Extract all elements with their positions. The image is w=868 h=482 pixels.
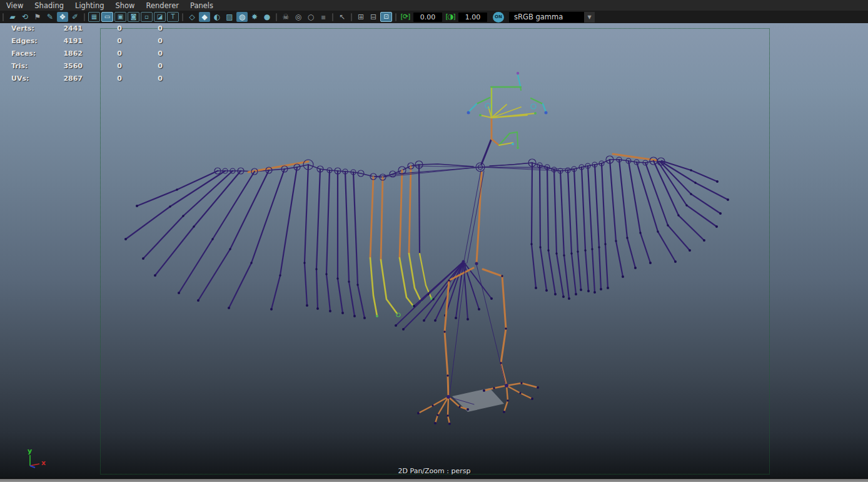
isolate-view-icon[interactable]: ⊟ bbox=[368, 12, 379, 22]
gate-mask-icon[interactable]: ▣ bbox=[114, 12, 126, 22]
bookmark-icon[interactable]: ⚑ bbox=[32, 12, 43, 22]
select-camera-icon[interactable]: ▰ bbox=[7, 12, 18, 22]
viewport-canvas[interactable] bbox=[0, 23, 868, 478]
menu-view[interactable]: View bbox=[0, 1, 29, 11]
toolbar-separator bbox=[182, 13, 183, 21]
wireframe-icon[interactable]: ◇ bbox=[186, 12, 198, 22]
use-all-lights-icon[interactable]: ◍ bbox=[236, 12, 248, 22]
hud-icon[interactable]: T bbox=[167, 12, 179, 22]
menu-show[interactable]: Show bbox=[110, 1, 141, 11]
occlusion-ball-icon[interactable]: ● bbox=[261, 12, 273, 22]
menu-renderer[interactable]: Renderer bbox=[141, 1, 185, 11]
pan-zoom-icon[interactable]: ⊡ bbox=[380, 12, 392, 22]
smooth-shade-icon[interactable]: ◆ bbox=[199, 12, 210, 22]
toolbar-separator bbox=[84, 13, 85, 21]
toolbar-separator bbox=[332, 13, 333, 21]
chevron-down-icon[interactable]: ▼ bbox=[584, 12, 595, 23]
exposure-cube-icon[interactable]: ▪ bbox=[318, 12, 329, 22]
gamma-select[interactable]: sRGB gamma▼ bbox=[509, 12, 595, 23]
field-chart-icon[interactable]: ▫ bbox=[141, 12, 153, 22]
image-plane-icon[interactable]: ◪ bbox=[154, 12, 166, 22]
xray-active-icon[interactable]: ○ bbox=[305, 12, 316, 22]
gamma-select-value: sRGB gamma bbox=[509, 13, 584, 21]
xray-icon[interactable]: ☠ bbox=[280, 12, 291, 22]
film-gate-icon[interactable]: ▦ bbox=[88, 12, 100, 22]
textured-icon[interactable]: ▨ bbox=[224, 12, 235, 22]
toolbar-separator bbox=[395, 13, 396, 21]
maya-viewport-panel: ViewShadingLightingShowRendererPanels ▰⟲… bbox=[0, 0, 868, 482]
shadows-icon[interactable]: ✸ bbox=[249, 12, 260, 22]
controller-icon[interactable]: ❖ bbox=[57, 12, 68, 22]
bounding-box-icon[interactable]: ◐ bbox=[211, 12, 223, 22]
resolution-gate-icon[interactable]: ▭ bbox=[101, 12, 113, 22]
window-bottom-edge bbox=[0, 478, 868, 482]
panel-menu-bar: ViewShadingLightingShowRendererPanels bbox=[0, 0, 868, 11]
grease-pencil-icon[interactable]: ✎ bbox=[44, 12, 56, 22]
contrast-field[interactable]: 1.00 bbox=[458, 13, 487, 22]
isolate-select-icon[interactable]: ⊞ bbox=[355, 12, 366, 22]
toolbar-separator bbox=[276, 13, 277, 21]
selection-highlight-icon[interactable]: ↖ bbox=[336, 12, 348, 22]
brush-icon[interactable]: ✐ bbox=[69, 12, 81, 22]
gamma-on-toggle[interactable]: ON bbox=[493, 12, 504, 23]
xray-joints-icon[interactable]: ◎ bbox=[293, 12, 304, 22]
menu-panels[interactable]: Panels bbox=[184, 1, 219, 11]
menu-shading[interactable]: Shading bbox=[29, 1, 69, 11]
exposure-field[interactable]: 0.00 bbox=[413, 13, 442, 22]
toolbar-separator bbox=[351, 13, 352, 21]
camera-attributes-icon[interactable]: ⟲ bbox=[19, 12, 31, 22]
fill-gate-icon[interactable]: ◙ bbox=[128, 12, 139, 22]
toolbar-separator bbox=[3, 13, 4, 21]
panel-toolbar: ▰⟲⚑✎❖✐▦▭▣◙▫◪T◇◆◐▨◍✸●☠◎○▪↖⊞⊟⊡[⟳]0.00[◑]1.… bbox=[0, 11, 868, 23]
contrast-bracket-icon[interactable]: [◑] bbox=[445, 12, 456, 22]
menu-lighting[interactable]: Lighting bbox=[69, 1, 109, 11]
exposure-bracket-icon[interactable]: [⟳] bbox=[400, 12, 411, 22]
